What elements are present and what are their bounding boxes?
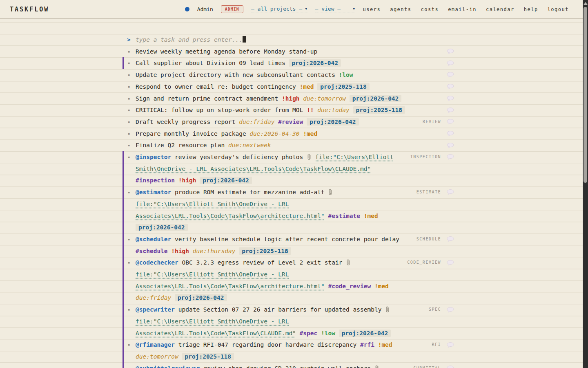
bullet-icon: ▪ — [128, 93, 130, 105]
hashtag[interactable]: #code_review — [328, 283, 371, 289]
comment-bubble-icon[interactable] — [447, 260, 454, 266]
project-badge[interactable]: proj:2025-118 — [317, 83, 370, 90]
comment-bubble-icon[interactable] — [447, 189, 454, 195]
scrollbar-thumb[interactable] — [584, 7, 587, 183]
bullet-icon: ▪ — [128, 57, 130, 69]
project-badge[interactable]: proj:2026-042 — [339, 330, 391, 337]
agent-mention[interactable]: @scheduler — [136, 236, 171, 242]
bullet-icon: ▪ — [128, 257, 130, 269]
task-row[interactable]: ▪@codechecker OBC 3.2.3 egress review of… — [122, 257, 456, 304]
task-text: Prepare monthly invoice package — [136, 130, 246, 137]
agent-type-badge: CODE_REVIEW — [407, 257, 441, 269]
task-row[interactable]: ▪CRITICAL: follow up on stop-work order … — [122, 104, 456, 116]
agent-type-badge: INSPECTION — [410, 151, 441, 163]
due-date: due:friday — [239, 119, 274, 125]
comment-bubble-icon[interactable] — [447, 131, 454, 137]
bullet-icon: ▪ — [128, 69, 130, 81]
paperclip-icon — [307, 154, 312, 160]
agent-mention[interactable]: @codechecker — [136, 259, 178, 266]
task-row[interactable]: ▪@scheduler verify baseline schedule log… — [122, 233, 456, 257]
task-row[interactable]: ▪Call supplier about Division 09 lead ti… — [122, 57, 456, 69]
project-badge[interactable]: proj:2026-042 — [350, 95, 402, 102]
comment-bubble-icon[interactable] — [447, 143, 454, 148]
task-row[interactable]: ▪@estimator produce ROM estimate for mez… — [122, 186, 456, 233]
hashtag[interactable]: #review — [278, 119, 303, 125]
task-row[interactable]: ▪@rfimanager triage RFI-047 regarding do… — [122, 339, 456, 362]
project-badge[interactable]: proj:2025-118 — [353, 106, 405, 114]
nav-link-calendar[interactable]: calendar — [486, 7, 514, 12]
task-row[interactable]: ▪Draft weekly progress report due:friday… — [122, 116, 456, 128]
project-badge[interactable]: proj:2025-118 — [182, 353, 234, 360]
task-text: review shop drawing SD-210 curtain wall … — [203, 365, 371, 368]
task-row[interactable]: ▪Finalize Q2 resource plan due:nextweek — [122, 139, 456, 151]
task-text: Review weekly meeting agenda before Mond… — [136, 48, 317, 55]
nav-link-users[interactable]: users — [363, 7, 381, 12]
comment-bubble-icon[interactable] — [447, 108, 454, 113]
task-text: Update project directory with new subcon… — [136, 72, 335, 78]
bullet-icon: ▪ — [128, 339, 130, 351]
agent-type-badge: REVIEW — [423, 116, 441, 128]
app-logo[interactable]: TASKFLOW — [10, 6, 49, 13]
comment-bubble-icon[interactable] — [447, 366, 454, 368]
nav-link-costs[interactable]: costs — [421, 7, 439, 12]
hashtag[interactable]: #estimate — [328, 213, 360, 219]
task-row[interactable]: ▪Sign and return prime contract amendmen… — [122, 93, 456, 105]
comment-bubble-icon[interactable] — [447, 49, 454, 54]
project-badge[interactable]: proj:2026-042 — [289, 59, 341, 67]
comment-bubble-icon[interactable] — [447, 236, 454, 242]
priority-flag: !med — [374, 283, 389, 289]
agent-type-badge: RFI — [432, 339, 441, 351]
project-badge[interactable]: proj:2026-042 — [175, 294, 227, 301]
task-input[interactable]: > type a task and press enter... — [122, 34, 456, 46]
comment-bubble-icon[interactable] — [447, 119, 454, 125]
nav-link-agents[interactable]: agents — [390, 7, 411, 12]
project-badge[interactable]: proj:2026-042 — [307, 118, 359, 126]
app-header: TASKFLOW Admin ADMIN — all projects — ▼ … — [0, 0, 583, 19]
view-filter-select[interactable]: — view — ▼ — [315, 6, 355, 13]
task-row[interactable]: ▪@inspector review yesterday's deficienc… — [122, 151, 456, 186]
agent-mention[interactable]: @submittalreviewer — [136, 365, 200, 368]
agent-type-badge: ESTIMATE — [416, 186, 441, 198]
project-badge[interactable]: proj:2025-118 — [239, 247, 291, 255]
task-row[interactable]: ▪Update project directory with new subco… — [122, 69, 456, 81]
task-text: CRITICAL: follow up on stop-work order f… — [136, 107, 303, 113]
comment-bubble-icon[interactable] — [447, 307, 454, 313]
task-row[interactable]: ▪Respond to owner email re: budget conti… — [122, 81, 456, 93]
task-text: OBC 3.2.3 egress review of Level 2 exit … — [182, 259, 343, 266]
agent-mention[interactable]: @specwriter — [136, 306, 175, 313]
scroll-up-arrow-icon[interactable] — [584, 2, 588, 5]
project-filter-select[interactable]: — all projects — ▼ — [251, 6, 307, 13]
agent-mention[interactable]: @estimator — [136, 189, 171, 195]
task-text: Call supplier about Division 09 lead tim… — [136, 60, 285, 66]
task-row[interactable]: ▪Review weekly meeting agenda before Mon… — [122, 46, 456, 58]
nav-link-email-in[interactable]: email-in — [448, 7, 477, 12]
file-link[interactable]: file:"C:\Users\Elliott Smith\OneDrive - … — [136, 271, 325, 289]
task-input-placeholder: type a task and press enter... — [136, 36, 243, 43]
agent-mention[interactable]: @inspector — [136, 154, 171, 160]
task-row[interactable]: ▪@specwriter update Section 07 27 26 air… — [122, 304, 456, 339]
hashtag[interactable]: #inspection — [136, 177, 175, 184]
hashtag[interactable]: #spec — [300, 330, 318, 337]
comment-bubble-icon[interactable] — [447, 342, 454, 348]
nav-link-logout[interactable]: logout — [548, 7, 569, 12]
hashtag[interactable]: #rfi — [360, 341, 374, 348]
comment-bubble-icon[interactable] — [447, 61, 454, 66]
nav-link-help[interactable]: help — [524, 7, 538, 12]
project-filter-value: — all projects — — [251, 6, 302, 12]
comment-bubble-icon[interactable] — [447, 84, 454, 90]
bullet-icon: ▪ — [128, 139, 130, 151]
task-row[interactable]: ▪Prepare monthly invoice package due:202… — [122, 128, 456, 140]
task-row[interactable]: ▪@submittalreviewer review shop drawing … — [122, 363, 456, 368]
page-scrollbar[interactable] — [583, 0, 588, 368]
task-text: verify baseline schedule logic after rec… — [175, 236, 399, 242]
file-link[interactable]: file:"C:\Users\Elliott Smith\OneDrive - … — [136, 318, 296, 337]
project-badge[interactable]: proj:2026-042 — [200, 177, 252, 184]
comment-bubble-icon[interactable] — [447, 154, 454, 160]
comment-bubble-icon[interactable] — [447, 72, 454, 78]
comment-bubble-icon[interactable] — [447, 96, 454, 101]
file-link[interactable]: file:"C:\Users\Elliott Smith\OneDrive - … — [136, 201, 325, 219]
agent-mention[interactable]: @rfimanager — [136, 341, 175, 348]
project-badge[interactable]: proj:2026-042 — [136, 224, 188, 231]
bullet-icon: ▪ — [128, 128, 130, 140]
hashtag[interactable]: #schedule — [136, 248, 168, 254]
